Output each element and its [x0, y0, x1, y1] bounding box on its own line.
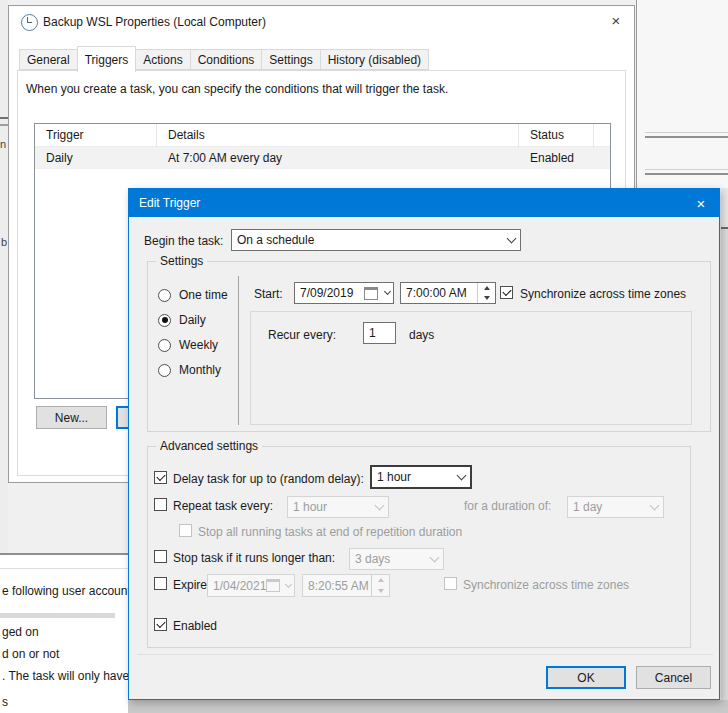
expire-time-value: 8:20:55 AM [303, 579, 371, 593]
sync-timezones-label: Synchronize across time zones [520, 287, 686, 301]
duration-select: 1 day [567, 496, 664, 518]
background-right-panel [636, 0, 728, 188]
start-label: Start: [254, 287, 283, 301]
chevron-down-icon [370, 497, 388, 517]
delay-task-label: Delay task for up to (random delay): [173, 472, 364, 486]
spinner-control [371, 575, 389, 596]
duration-value: 1 day [568, 500, 645, 514]
start-date-value: 7/09/2019 [295, 286, 364, 300]
spinner-up-icon[interactable] [478, 283, 495, 293]
footer-separator [137, 654, 713, 655]
delay-task-value: 1 hour [372, 470, 452, 484]
task-scheduler-clock-icon [21, 14, 38, 31]
begin-task-value: On a schedule [232, 233, 502, 247]
trigger-table-header: Trigger Details Status [35, 124, 610, 147]
bg-line [0, 124, 8, 126]
bg-shade [721, 229, 728, 713]
spinner-up-icon [372, 575, 389, 586]
radio-label: Weekly [179, 338, 218, 352]
repeat-task-checkbox[interactable] [154, 498, 167, 511]
column-header-status[interactable]: Status [519, 124, 594, 147]
settings-divider [238, 276, 239, 425]
expire-checkbox[interactable] [154, 577, 167, 590]
recur-unit-label: days [409, 328, 434, 342]
tab-triggers[interactable]: Triggers [77, 46, 137, 72]
column-header-details[interactable]: Details [157, 124, 519, 147]
background-right-sliver [721, 188, 728, 713]
tab-label: Actions [143, 53, 182, 67]
bg-account-text: s [2, 695, 8, 709]
chevron-down-icon [381, 283, 393, 303]
repeat-task-select: 1 hour [287, 496, 389, 518]
stop-task-checkbox[interactable] [154, 550, 167, 563]
recur-every-input[interactable]: 1 [363, 322, 396, 344]
bg-line [645, 132, 728, 133]
repeat-task-label: Repeat task every: [173, 499, 273, 513]
recur-every-label: Recur every: [268, 328, 336, 342]
close-icon[interactable]: × [689, 193, 713, 213]
tab-history[interactable]: History (disabled) [320, 49, 429, 70]
background-left-strip: n b [0, 0, 8, 553]
ok-button[interactable]: OK [546, 666, 626, 689]
spinner-control[interactable] [477, 283, 495, 303]
chevron-down-icon [452, 467, 470, 487]
close-icon[interactable]: × [604, 10, 628, 30]
radio-one-time[interactable]: One time [158, 288, 228, 302]
chevron-down-icon [645, 497, 663, 517]
advanced-settings-group: Advanced settings Delay task for up to (… [147, 446, 691, 648]
delay-task-select[interactable]: 1 hour [370, 465, 472, 489]
bg-line [645, 173, 728, 175]
enabled-checkbox[interactable] [154, 618, 167, 631]
spinner-down-icon[interactable] [478, 293, 495, 303]
calendar-icon [266, 579, 280, 592]
bg-account-text: e following user account [2, 584, 128, 598]
tab-conditions[interactable]: Conditions [190, 49, 263, 70]
stop-task-value: 3 days [350, 552, 425, 566]
tab-actions[interactable]: Actions [135, 49, 190, 70]
stop-all-tasks-label: Stop all running tasks at end of repetit… [198, 525, 462, 539]
filler-cell [594, 147, 610, 169]
edit-trigger-dialog: Edit Trigger × Begin the task: On a sche… [128, 188, 720, 700]
new-trigger-button[interactable]: New... [36, 406, 107, 429]
stop-task-label: Stop task if it runs longer than: [173, 551, 335, 565]
column-header-filler [594, 124, 610, 147]
cancel-button[interactable]: Cancel [636, 666, 711, 689]
column-header-trigger[interactable]: Trigger [35, 124, 157, 147]
bg-line [0, 568, 128, 569]
start-time-value: 7:00:00 AM [401, 286, 477, 300]
start-date-picker[interactable]: 7/09/2019 [294, 282, 394, 304]
expire-date-picker: 1/04/2021 [207, 574, 295, 597]
tab-label: Triggers [85, 53, 129, 67]
expire-date-value: 1/04/2021 [208, 579, 266, 593]
bg-line [0, 117, 8, 119]
trigger-row[interactable]: Daily At 7:00 AM every day Enabled [35, 147, 610, 169]
radio-daily[interactable]: Daily [158, 313, 206, 327]
expire-label: Expire: [173, 578, 210, 592]
begin-task-select[interactable]: On a schedule [231, 229, 521, 251]
triggers-description: When you create a task, you can specify … [26, 82, 448, 96]
background-bottom-strip [128, 700, 728, 713]
bg-text-fragment: b [1, 236, 7, 248]
begin-task-label: Begin the task: [144, 234, 223, 248]
tab-general[interactable]: General [19, 49, 78, 70]
delay-task-checkbox[interactable] [154, 471, 167, 484]
chevron-down-icon [425, 549, 443, 569]
tab-strip: General Triggers Actions Conditions Sett… [19, 49, 428, 72]
tab-label: Settings [269, 53, 312, 67]
radio-monthly[interactable]: Monthly [158, 363, 221, 377]
radio-weekly[interactable]: Weekly [158, 338, 218, 352]
edit-trigger-titlebar: Edit Trigger [129, 189, 719, 217]
advanced-settings-group-label: Advanced settings [156, 439, 262, 453]
sync-timezones-checkbox[interactable] [500, 286, 513, 299]
radio-label: One time [179, 288, 228, 302]
start-time-spinner[interactable]: 7:00:00 AM [400, 282, 496, 304]
bg-line [645, 169, 728, 170]
properties-dialog-title: Backup WSL Properties (Local Computer) [43, 15, 266, 29]
trigger-cell: Daily [35, 147, 157, 169]
tab-settings[interactable]: Settings [261, 49, 320, 70]
enabled-label: Enabled [173, 619, 217, 633]
bg-account-text: ged on [2, 625, 39, 639]
radio-icon [158, 289, 171, 302]
calendar-icon [364, 287, 378, 300]
radio-icon [158, 364, 171, 377]
